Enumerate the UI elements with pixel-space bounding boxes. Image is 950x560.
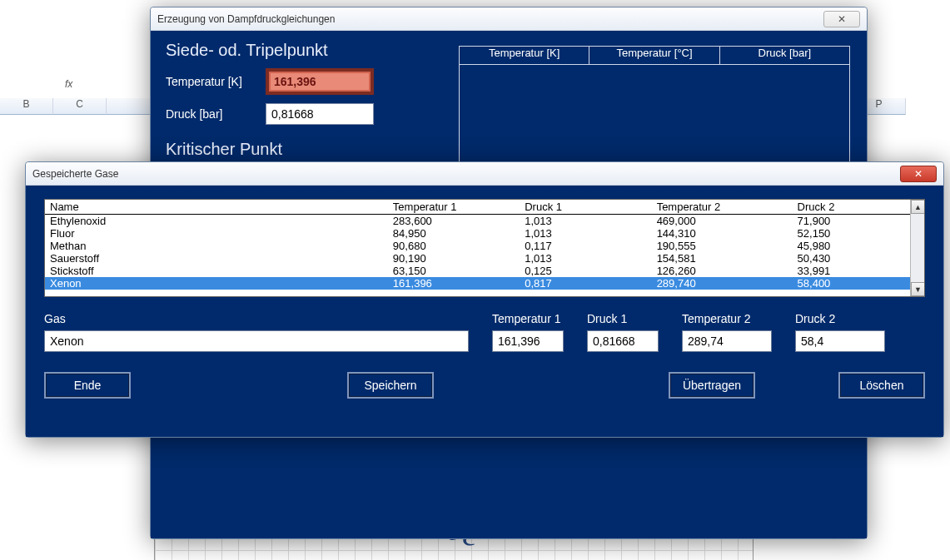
grid-cell: 161,396 [388, 277, 520, 290]
grid-cell: 289,740 [652, 277, 793, 290]
grid-cell: 1,013 [520, 227, 651, 240]
label-druck2: Druck 2 [795, 312, 885, 325]
table-row[interactable]: Fluor84,9501,013144,31052,150 [45, 227, 924, 240]
label-temp1: Temperatur 1 [492, 312, 564, 325]
table-row[interactable]: Sauerstoff90,1901,013154,58150,430 [45, 252, 924, 265]
speichern-button[interactable]: Speichern [347, 372, 434, 399]
excel-col-header[interactable]: C [53, 98, 107, 115]
datapoints-table[interactable]: Temperatur [K]Temperatur [°C]Druck [bar] [459, 46, 850, 162]
grid-cell: 1,013 [520, 252, 651, 265]
label-temp2: Temperatur 2 [682, 312, 772, 325]
input-druck2[interactable] [795, 330, 885, 352]
grid-cell: 63,150 [388, 265, 520, 277]
table-row[interactable]: Ethylenoxid283,6001,013469,00071,900 [45, 215, 924, 228]
grid-cell: 90,680 [388, 240, 520, 252]
formula-bar-fx-label: fx [65, 78, 72, 90]
scrollbar[interactable]: ▲ ▼ [910, 200, 924, 296]
grid-cell: 283,600 [388, 215, 520, 228]
input-temp2[interactable] [682, 330, 772, 352]
grid-cell: 144,310 [652, 227, 793, 240]
grid-cell: 0,125 [520, 265, 651, 277]
grid-cell: 71,900 [793, 215, 924, 228]
grid-cell: Stickstoff [45, 265, 388, 277]
grid-cell: 469,000 [652, 215, 793, 228]
table-row[interactable]: Methan90,6800,117190,55545,980 [45, 240, 924, 252]
grid-cell: 0,117 [520, 240, 651, 252]
window-saved-gases-title: Gespeicherte Gase [32, 168, 118, 180]
scroll-up-icon[interactable]: ▲ [911, 200, 925, 214]
ende-button[interactable]: Ende [44, 372, 131, 399]
table-row[interactable]: Xenon161,3960,817289,74058,400 [45, 277, 924, 290]
grid-cell: 1,013 [520, 215, 651, 228]
grid-cell: Methan [45, 240, 388, 252]
excel-col-header[interactable]: B [0, 98, 53, 115]
grid-cell: 126,260 [652, 265, 793, 277]
close-icon[interactable]: ✕ [900, 166, 937, 182]
input-temperature-k[interactable] [266, 68, 374, 95]
grid-cell: 0,817 [520, 277, 651, 290]
input-druck1[interactable] [587, 330, 659, 352]
uebertragen-button[interactable]: Übertragen [669, 372, 755, 399]
label-temperature-k: Temperatur [K] [166, 75, 266, 88]
grid-header-cell[interactable]: Temperatur 1 [388, 200, 520, 215]
datapoints-header-cell: Temperatur [°C] [589, 47, 719, 64]
close-icon[interactable]: ✕ [823, 11, 860, 27]
grid-cell: Sauerstoff [45, 252, 388, 265]
grid-cell: 154,581 [652, 252, 793, 265]
datapoints-header-cell: Druck [bar] [720, 47, 849, 64]
label-pressure-bar: Druck [bar] [166, 107, 266, 121]
grid-cell: 58,400 [793, 277, 924, 290]
grid-cell: 50,430 [793, 252, 924, 265]
input-pressure-bar[interactable] [266, 103, 374, 125]
label-gas: Gas [44, 312, 469, 325]
grid-header-cell[interactable]: Name [45, 200, 388, 215]
loeschen-button[interactable]: Löschen [838, 372, 925, 399]
grid-cell: 45,980 [793, 240, 924, 252]
grid-cell: 90,190 [388, 252, 520, 265]
grid-cell: 84,950 [388, 227, 520, 240]
datapoints-header-cell: Temperatur [K] [460, 47, 589, 64]
grid-cell: 52,150 [793, 227, 924, 240]
grid-cell: 33,991 [793, 265, 924, 277]
grid-cell: Xenon [45, 277, 388, 290]
window-saved-gases: Gespeicherte Gase ✕ NameTemperatur 1Druc… [25, 161, 944, 438]
table-row[interactable]: Stickstoff63,1500,125126,26033,991 [45, 265, 924, 277]
grid-header-cell[interactable]: Druck 1 [520, 200, 651, 215]
window-vapor-pressure-titlebar[interactable]: Erzeugung von Dampfdruckgleichungen ✕ [151, 7, 867, 31]
grid-header-cell[interactable]: Druck 2 [793, 200, 924, 215]
label-druck1: Druck 1 [587, 312, 659, 325]
scroll-down-icon[interactable]: ▼ [911, 282, 925, 296]
gases-listbox[interactable]: NameTemperatur 1Druck 1Temperatur 2Druck… [44, 199, 925, 297]
grid-cell: Ethylenoxid [45, 215, 388, 228]
window-vapor-pressure-title: Erzeugung von Dampfdruckgleichungen [157, 13, 335, 25]
grid-header-cell[interactable]: Temperatur 2 [652, 200, 793, 215]
grid-cell: 190,555 [652, 240, 793, 252]
input-gas[interactable] [44, 330, 469, 352]
window-saved-gases-titlebar[interactable]: Gespeicherte Gase ✕ [26, 162, 943, 186]
input-temp1[interactable] [492, 330, 564, 352]
grid-cell: Fluor [45, 227, 388, 240]
